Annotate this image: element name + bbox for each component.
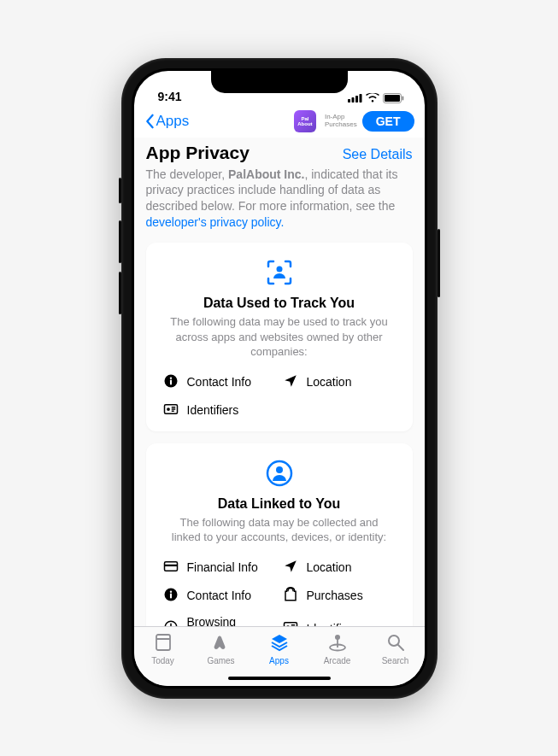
svg-rect-22: [169, 593, 171, 598]
iap-label: In-App Purchases: [325, 114, 357, 129]
data-item-financial: Financial Info: [163, 559, 276, 577]
signal-icon: [348, 93, 362, 103]
battery-icon: [383, 93, 404, 103]
privacy-description: The developer, PalAbout Inc., indicated …: [146, 167, 413, 231]
identifiers-icon: [283, 619, 298, 625]
svg-point-34: [389, 636, 399, 646]
arcade-icon: [327, 632, 348, 654]
info-icon: [163, 373, 179, 391]
svg-point-9: [169, 377, 171, 378]
svg-rect-1: [351, 97, 354, 103]
svg-rect-2: [355, 96, 358, 103]
tab-search[interactable]: Search: [367, 632, 425, 686]
svg-rect-6: [402, 96, 403, 100]
location-icon: [283, 559, 298, 577]
data-item-label: Contact Info: [187, 589, 252, 602]
card-title: Data Linked to You: [160, 496, 399, 512]
today-icon: [153, 632, 173, 654]
data-item-label: Contact Info: [187, 375, 252, 389]
svg-point-21: [169, 590, 171, 592]
data-item-label: Browsing History: [187, 615, 276, 626]
track-icon: [160, 258, 399, 287]
apps-icon: [269, 632, 290, 654]
svg-rect-29: [156, 635, 170, 650]
page-title: App Privacy: [146, 143, 250, 163]
chevron-left-icon: [144, 114, 155, 129]
data-item-label: Purchases: [307, 589, 363, 602]
nav-bar: Apps Pal About In-App Purchases GET: [134, 105, 425, 138]
svg-rect-0: [348, 99, 350, 103]
svg-point-12: [167, 407, 170, 411]
games-icon: [211, 632, 232, 654]
card-desc: The following data may be collected and …: [160, 515, 399, 545]
data-item-location: Location: [283, 373, 396, 391]
content: App Privacy See Details The developer, P…: [134, 138, 425, 626]
tab-label: Today: [151, 656, 174, 665]
data-item-location: Location: [283, 559, 396, 577]
svg-rect-3: [359, 94, 361, 103]
track-card: Data Used to Track You The following dat…: [146, 243, 413, 431]
data-item-info: Contact Info: [163, 587, 276, 605]
linked-card: Data Linked to You The following data ma…: [146, 443, 413, 626]
data-item-label: Financial Info: [187, 560, 258, 574]
get-button[interactable]: GET: [362, 111, 414, 132]
tab-label: Games: [207, 656, 234, 665]
app-icon[interactable]: Pal About: [294, 110, 316, 132]
purchases-icon: [283, 587, 298, 605]
data-item-label: Identifiers: [187, 403, 239, 417]
card-title: Data Used to Track You: [160, 296, 399, 311]
svg-rect-5: [385, 95, 400, 102]
svg-line-35: [398, 645, 403, 650]
svg-rect-10: [169, 379, 171, 384]
data-item-identifiers: Identifiers: [283, 615, 396, 626]
card-desc: The following data may be used to track …: [160, 314, 399, 360]
see-details-link[interactable]: See Details: [343, 147, 413, 162]
data-item-purchases: Purchases: [283, 587, 396, 605]
history-icon: [163, 619, 179, 625]
tab-label: Apps: [269, 656, 289, 665]
svg-rect-19: [164, 565, 177, 566]
data-item-label: Location: [307, 560, 352, 574]
status-time: 9:41: [158, 90, 182, 103]
home-indicator[interactable]: [228, 677, 331, 680]
tab-label: Search: [382, 656, 409, 665]
tab-today[interactable]: Today: [134, 632, 192, 686]
search-icon: [385, 632, 406, 654]
financial-icon: [163, 559, 179, 577]
data-item-label: Location: [307, 375, 352, 389]
svg-point-7: [276, 267, 282, 273]
data-item-info: Contact Info: [163, 373, 276, 391]
tab-label: Arcade: [324, 656, 351, 665]
data-item-identifiers: Identifiers: [163, 401, 276, 419]
location-icon: [283, 373, 298, 391]
wifi-icon: [366, 93, 379, 103]
back-label: Apps: [156, 113, 190, 130]
info-icon: [163, 587, 179, 605]
privacy-policy-link[interactable]: developer's privacy policy.: [146, 215, 285, 229]
linked-icon: [160, 459, 399, 488]
svg-point-33: [335, 635, 340, 640]
data-item-history: Browsing History: [163, 615, 276, 626]
back-button[interactable]: Apps: [144, 113, 190, 130]
identifiers-icon: [163, 401, 179, 419]
svg-point-17: [276, 466, 283, 473]
